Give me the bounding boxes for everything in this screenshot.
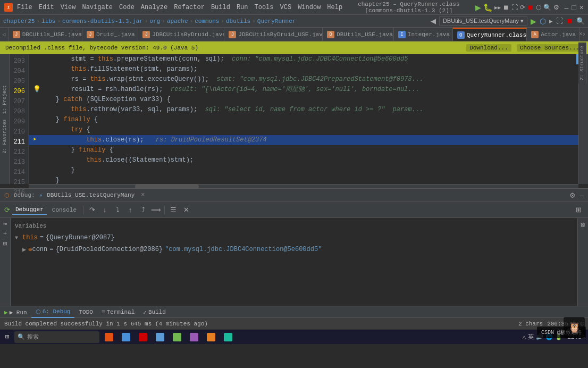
coverage-btn[interactable]: ⛶	[556, 17, 563, 25]
tab-QueryRunner[interactable]: Q QueryRunner.class ×	[453, 28, 527, 41]
tab-DBCUtils_USE[interactable]: J DBCUtils_USE.java ×	[9, 28, 82, 41]
menu-help[interactable]: Help	[327, 4, 342, 11]
structure-tab[interactable]: Z: Structure	[578, 43, 586, 83]
tab-Druid_java[interactable]: J Druid_.java ×	[82, 28, 138, 41]
console-tab[interactable]: Console	[49, 206, 80, 214]
taskbar-app1[interactable]	[102, 331, 116, 343]
debug-session-close[interactable]: ×	[141, 191, 145, 199]
evaluate-btn[interactable]: ⟹	[150, 205, 161, 215]
taskbar-app7[interactable]	[204, 331, 219, 343]
tray-icon1[interactable]: △	[522, 333, 526, 340]
tab-DBUtils_USE[interactable]: D DBUtils_USE.java ×	[323, 28, 394, 41]
variable-conn[interactable]: ▶ ⊕ conn = {DruidPooledConnection@2086} …	[18, 244, 577, 255]
choose-sources-button[interactable]: Choose Sources...	[517, 44, 583, 52]
search-icon[interactable]: 🔍	[576, 17, 585, 25]
debug-minimize-btn[interactable]: –	[580, 191, 584, 199]
toolbar-btn7[interactable]: 🔍	[543, 3, 551, 12]
taskbar-app6[interactable]	[187, 331, 201, 343]
expand-btn[interactable]: ⊞	[3, 240, 7, 248]
breadcrumb-commons[interactable]: commons	[195, 18, 219, 24]
minimize-button[interactable]: –	[565, 3, 569, 12]
filter-btn[interactable]: ⊸	[3, 220, 7, 228]
run-button[interactable]: ▶	[475, 3, 481, 12]
expand-this[interactable]: ▼	[15, 235, 22, 241]
taskbar-start[interactable]: ⊞	[2, 331, 12, 343]
taskbar-search[interactable]: 🔍 搜索	[14, 331, 99, 343]
debugger-tab[interactable]: Debugger	[12, 205, 47, 215]
status-tab-debug[interactable]: ⬡ 6: Debug	[31, 306, 75, 318]
breadcrumb-libs[interactable]: libs	[41, 18, 55, 24]
breadcrumb-dbutils[interactable]: dbutils	[226, 18, 250, 24]
add-watch-btn[interactable]: +	[3, 230, 7, 238]
toolbar-btn2[interactable]: ⏹	[503, 3, 509, 12]
step-over-btn[interactable]: ↷	[87, 205, 97, 215]
tab-JDBCUtilsByDruid_USE[interactable]: J JDBCUtilsByDruid_USE.java ×	[224, 28, 323, 41]
menu-build[interactable]: Build	[211, 4, 230, 11]
restore-panel-btn[interactable]: ⊠	[578, 220, 588, 230]
project-tab[interactable]: 1: Project	[1, 83, 9, 116]
menu-tools[interactable]: Tools	[255, 4, 274, 11]
close-button[interactable]: ×	[579, 3, 584, 12]
taskbar-app2[interactable]	[119, 331, 133, 343]
menu-window[interactable]: Window	[298, 4, 321, 11]
menu-refactor[interactable]: Refactor	[174, 4, 205, 11]
toolbar-btn6[interactable]: ⬡	[536, 3, 541, 12]
maximize-button[interactable]: □	[572, 3, 576, 12]
favorites-tab[interactable]: 2: Favorites	[1, 117, 9, 156]
smart-step-btn[interactable]: ⤵	[112, 205, 123, 215]
tab-Actor_java[interactable]: A Actor.java ×	[527, 28, 580, 41]
breadcrumb-queryrunner[interactable]: QueryRunner	[257, 18, 296, 24]
step-out-btn[interactable]: ↑	[125, 205, 136, 215]
tab-Integer_java[interactable]: I Integer.java ×	[394, 28, 453, 41]
taskbar-app8[interactable]	[221, 331, 236, 343]
frames-btn[interactable]: ☰	[168, 205, 179, 215]
step-into-btn[interactable]: ↓	[99, 205, 110, 215]
run-cfg-btn[interactable]: ▶	[531, 17, 536, 26]
broadcast-icon[interactable]: 🦉	[564, 317, 585, 338]
menu-vcs[interactable]: VCS	[280, 4, 292, 11]
menu-code[interactable]: Code	[119, 4, 135, 11]
tab-icon-queryrunner: Q	[457, 31, 465, 39]
breadcrumb-jar[interactable]: commons-dbutils-1.3.jar	[62, 18, 143, 24]
status-tab-build[interactable]: ✓ Build	[139, 306, 170, 318]
method-dropdown[interactable]: DBUtils_USE.testQueryMany ▾	[439, 16, 527, 26]
tray-lang[interactable]: 英	[528, 333, 534, 341]
debug-button[interactable]: 🐛	[483, 3, 492, 12]
sidebar-toggle-icon[interactable]: ◁	[2, 31, 5, 38]
status-tab-terminal[interactable]: ≡ Terminal	[97, 306, 139, 318]
debug-cfg-btn[interactable]: ⬡	[540, 17, 546, 26]
breadcrumb-apache[interactable]: apache	[167, 18, 188, 24]
variable-this[interactable]: ▼ this = {QueryRunner@2087}	[11, 232, 577, 244]
nav-back[interactable]: ◀	[431, 17, 436, 25]
menu-file[interactable]: File	[17, 4, 32, 11]
code-editor[interactable]: stmt = this.prepareStatement(conn, sql);…	[29, 54, 578, 184]
stop-btn[interactable]: ⏹	[566, 17, 573, 25]
restart-btn[interactable]: ⟳	[4, 206, 10, 214]
restore-debug-btn[interactable]: ⊞	[573, 205, 584, 215]
close-frames-btn[interactable]: ✕	[181, 205, 191, 215]
menu-run[interactable]: Run	[237, 4, 248, 11]
status-tab-run[interactable]: ▶ ▶ Run	[0, 306, 31, 318]
taskbar-app3[interactable]	[136, 331, 150, 343]
code-scrollbar[interactable]	[29, 184, 578, 188]
profile-btn[interactable]: ▸	[549, 17, 553, 25]
more-tabs-btn[interactable]: ›	[580, 28, 588, 41]
menu-edit[interactable]: Edit	[39, 4, 54, 11]
status-tab-todo[interactable]: TODO	[74, 306, 97, 318]
toolbar-btn5[interactable]: ⏹	[527, 3, 534, 12]
run-cursor-btn[interactable]: ⤴	[138, 205, 148, 215]
taskbar-app5[interactable]	[170, 331, 184, 343]
menu-analyze[interactable]: Analyze	[141, 4, 167, 11]
breadcrumb-chapter25[interactable]: chapter25	[3, 18, 35, 24]
download-button[interactable]: Download...	[466, 44, 511, 52]
debug-settings-btn[interactable]: ⚙	[569, 191, 576, 199]
menu-view[interactable]: View	[61, 4, 76, 11]
tab-JDBCUtilsByDruid[interactable]: J JDBCUtilsByDruid.java ×	[138, 28, 224, 41]
toolbar-btn3[interactable]: ⛶	[511, 3, 518, 12]
breadcrumb-org[interactable]: org	[149, 18, 160, 24]
toolbar-btn4[interactable]: ⟳	[520, 3, 525, 12]
taskbar-app4[interactable]	[153, 331, 167, 343]
toolbar-btn8[interactable]: ⚙	[553, 3, 559, 12]
toolbar-btn1[interactable]: ▸▸	[494, 3, 501, 12]
menu-navigate[interactable]: Navigate	[82, 4, 113, 11]
